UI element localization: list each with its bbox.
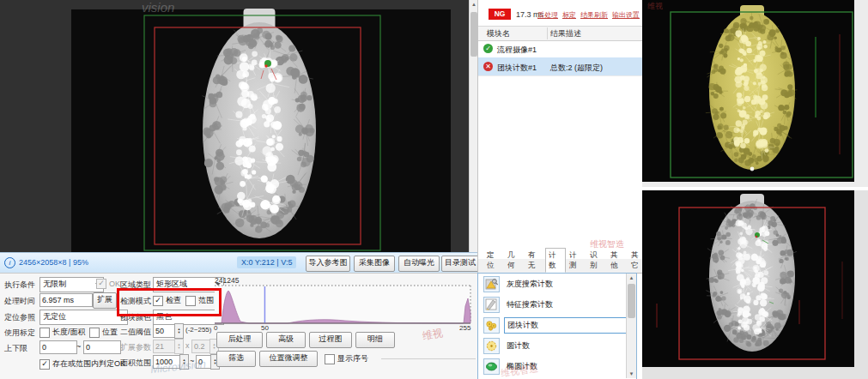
tool-list-scrollbar[interactable]: ▲ ▼	[626, 274, 636, 378]
calib-length-area-checkbox[interactable]: 长度/面积	[39, 327, 86, 338]
tab-presence[interactable]: 有无	[525, 248, 545, 273]
position-ref-select[interactable]: 无定位	[39, 310, 128, 325]
threshold-range-hint: (-2~255)	[185, 326, 211, 334]
threshold-spinner[interactable]: ▲▼	[174, 323, 184, 339]
tool-feature-search-count[interactable]: 特征搜索计数	[478, 294, 636, 315]
result-row-blobcount[interactable]: ✕ 团块计数#1 总数:2 (超限定)	[478, 57, 643, 76]
scrollbar-thumb[interactable]	[470, 12, 477, 57]
limit-label: 上下限	[4, 343, 27, 354]
tab-count[interactable]: 计数	[545, 248, 566, 273]
extend-param-input1: 21	[153, 340, 177, 353]
result-refresh-link[interactable]: 结果刷新	[580, 10, 608, 20]
output-settings-link[interactable]: 输出设置	[612, 10, 640, 20]
extend-param-label: 扩展参数	[120, 342, 151, 353]
position-finetune-button[interactable]: 位置微调整	[259, 351, 318, 367]
threshold-input[interactable]: 50	[153, 324, 177, 338]
process-time-value: 6.957 ms	[39, 293, 93, 307]
tab-geometry[interactable]: 几何	[504, 248, 525, 273]
histogram-peak-value: 241245	[215, 276, 240, 285]
postprocess-link[interactable]: 后处理	[537, 10, 558, 20]
directory-test-button[interactable]: 目录测试	[441, 256, 479, 272]
multiply-sign: x	[185, 341, 190, 350]
extend-spinner1: ▲▼	[174, 339, 184, 354]
show-index-checkbox[interactable]: 显示序号	[325, 353, 368, 364]
process-image-button[interactable]: 过程图	[309, 332, 352, 348]
result-links: 后处理 标定 结果刷新 输出设置	[542, 10, 640, 20]
postprocess-button[interactable]: 后处理	[216, 332, 263, 348]
auto-exposure-button[interactable]: 自动曝光	[398, 256, 440, 272]
judge-ok-checkbox[interactable]: 存在或范围内判定OK	[39, 358, 125, 370]
col-result-desc: 结果描述	[550, 28, 581, 39]
tool-list: 灰度搜索计数 特征搜索计数 团块计数 圆计数 椭圆计数 ▲	[477, 273, 637, 379]
thumbnail-result-view[interactable]	[642, 190, 868, 379]
expand-button[interactable]: 扩展	[93, 292, 117, 309]
tool-gray-search-count[interactable]: 灰度搜索计数	[478, 274, 636, 294]
area-min-spinner[interactable]: ▲▼	[179, 354, 189, 370]
results-panel: NG 17.3 ms 后处理 标定 结果刷新 输出设置 模块名 结果描述 ✓ 流…	[477, 0, 643, 259]
image-status-bar: i 2456×2058×8 | 95% X:0 Y:212 | V:5 导入参考…	[0, 252, 477, 274]
tilde2: ~	[190, 357, 194, 365]
tab-measure[interactable]: 计测	[566, 248, 586, 273]
info-icon: i	[4, 257, 15, 268]
position-ref-label: 定位参照	[4, 312, 35, 323]
scrollbar-thumb[interactable]	[628, 284, 635, 318]
use-calibration-label: 使用标定	[4, 328, 35, 339]
import-reference-button[interactable]: 导入参考图	[306, 256, 350, 272]
fail-icon: ✕	[483, 62, 493, 71]
area-min-input[interactable]: 1000	[153, 355, 182, 369]
main-camera-image[interactable]	[0, 0, 469, 252]
module-name: 团块计数#1	[497, 63, 537, 74]
thumbnail-mask-view[interactable]: 维视	[642, 0, 868, 187]
tab-recognize[interactable]: 识别	[586, 248, 607, 273]
advanced-button[interactable]: 高级	[266, 332, 306, 348]
limit-high-input[interactable]: 0	[83, 340, 121, 354]
result-row-camera[interactable]: ✓ 流程摄像#1	[478, 39, 643, 58]
blob-params-panel: 执行条件 无限制 OK 处理时间 6.957 ms 扩展 定位参照 无定位 使用…	[0, 273, 479, 379]
image-resolution: 2456×2058×8 | 95%	[19, 258, 88, 267]
cursor-coords: X:0 Y:212 | V:5	[237, 256, 296, 268]
feature-search-count-icon	[483, 297, 500, 313]
pass-icon: ✓	[483, 44, 493, 53]
limit-low-input[interactable]: 0	[39, 340, 77, 354]
capture-image-button[interactable]: 采集图像	[354, 256, 395, 272]
scroll-down-icon[interactable]: ▼	[627, 370, 636, 378]
tab-other1[interactable]: 其他	[607, 248, 628, 273]
detail-button[interactable]: 明细	[355, 332, 395, 348]
gray-histogram: 241245 0 50 255	[211, 275, 479, 330]
gray-search-count-icon	[483, 276, 500, 292]
calibration-link[interactable]: 标定	[562, 10, 576, 20]
tool-blob-count[interactable]: 团块计数	[478, 315, 636, 335]
circle-count-icon	[483, 338, 500, 354]
hist-tick-50: 50	[261, 324, 269, 330]
tab-locate[interactable]: 定位	[483, 248, 504, 273]
exec-condition-select[interactable]: 无限制	[39, 277, 104, 292]
col-module-name: 模块名	[487, 28, 510, 39]
area-range-label: 面积范围	[120, 358, 151, 369]
main-viewer[interactable]: vision	[0, 0, 469, 252]
exec-condition-label: 执行条件	[4, 280, 35, 291]
module-name: 流程摄像#1	[497, 45, 537, 56]
ng-status-badge: NG	[489, 9, 511, 20]
process-time-label: 处理时间	[4, 296, 35, 307]
ellipse-count-icon	[483, 358, 500, 375]
filter-button[interactable]: 筛选	[216, 351, 256, 367]
red-highlight-box	[117, 288, 222, 316]
tool-category-tabs: 定位 几何 有无 计数 计测 识别 其他 其它	[477, 259, 648, 274]
module-result: 总数:2 (超限定)	[550, 63, 603, 74]
divider	[381, 358, 476, 359]
threshold-label: 二值阈值	[120, 327, 151, 338]
calib-position-checkbox[interactable]: 位置	[89, 327, 118, 338]
blob-count-icon	[483, 317, 500, 334]
tool-ellipse-count[interactable]: 椭圆计数	[478, 356, 636, 376]
hist-tick-0: 0	[214, 324, 218, 330]
tool-circle-count[interactable]: 圆计数	[478, 335, 636, 356]
hist-tick-255: 255	[459, 324, 471, 330]
scroll-up-icon[interactable]: ▲	[627, 274, 636, 282]
tilde: ~	[76, 342, 81, 351]
